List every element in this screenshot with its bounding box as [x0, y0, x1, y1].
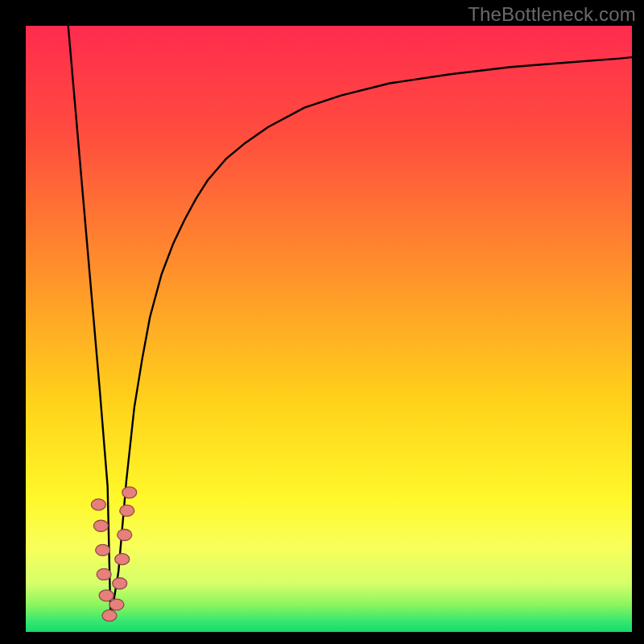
marker-right-4: [120, 505, 134, 516]
plot-area: [26, 26, 632, 632]
gradient-background: [26, 26, 632, 632]
chart-frame: TheBottleneck.com: [0, 0, 644, 644]
marker-left-1: [93, 520, 108, 531]
marker-left-5: [102, 610, 117, 621]
marker-right-3: [118, 530, 132, 541]
marker-right-1: [113, 578, 127, 589]
marker-left-0: [91, 499, 105, 510]
marker-right-0: [109, 599, 124, 610]
plot-svg: [26, 26, 632, 632]
marker-left-2: [96, 544, 110, 555]
marker-right-2: [115, 554, 130, 565]
marker-left-3: [97, 568, 111, 580]
marker-right-5: [122, 487, 137, 498]
marker-left-4: [99, 590, 114, 601]
watermark-text: TheBottleneck.com: [468, 3, 636, 26]
